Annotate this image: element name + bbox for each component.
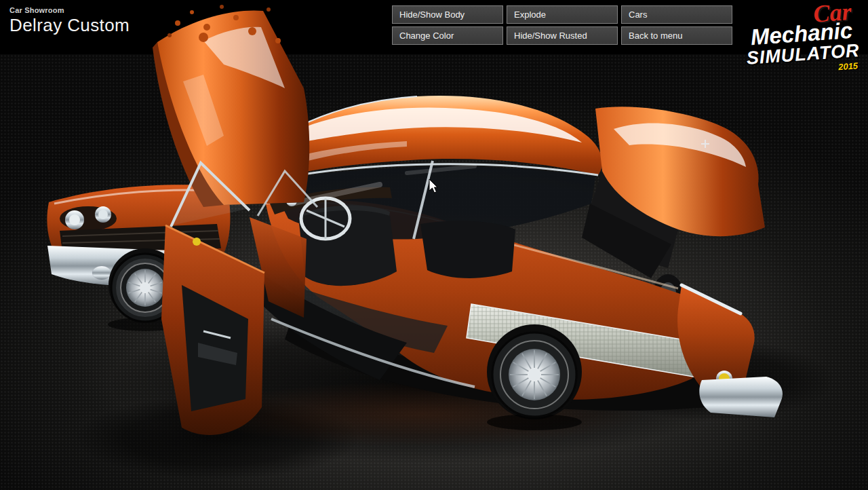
hood-open (153, 5, 309, 207)
change-color-button[interactable]: Change Color (392, 26, 503, 45)
showroom-viewport[interactable] (0, 0, 868, 490)
hide-show-rusted-button[interactable]: Hide/Show Rusted (507, 26, 618, 45)
back-to-menu-button[interactable]: Back to menu (621, 26, 732, 45)
cars-button[interactable]: Cars (621, 5, 732, 24)
rear-bumper (699, 377, 783, 417)
explode-button[interactable]: Explode (507, 5, 618, 24)
rear-seat (420, 221, 515, 278)
trunk-lid-open (582, 107, 765, 278)
game-logo: Car Mechanic SIMULATOR 2015 (743, 0, 861, 78)
headlight-2 (98, 210, 108, 219)
breadcrumb: Car Showroom (9, 6, 130, 14)
toolbar: Hide/Show Body Explode Cars Change Color… (392, 5, 732, 45)
door-yellow-clip (193, 238, 201, 246)
car-render (0, 0, 868, 490)
hide-show-body-button[interactable]: Hide/Show Body (392, 5, 503, 24)
header-title-block: Car Showroom Delray Custom (9, 6, 130, 36)
front-seat (298, 210, 397, 286)
page-title: Delray Custom (9, 15, 130, 36)
headlight (69, 214, 80, 225)
